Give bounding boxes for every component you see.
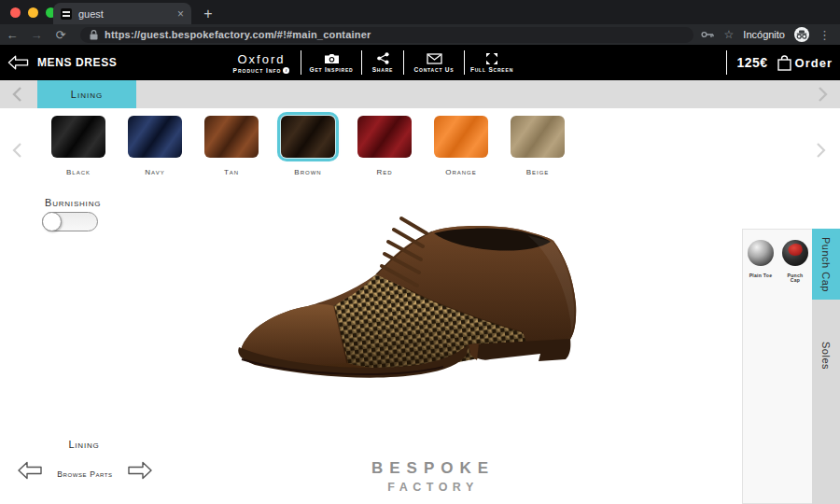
swatch-chevron-right-icon[interactable] xyxy=(816,142,827,159)
browser-toolbar: ← → ⟳ https://guest.bespokefactory.com/#… xyxy=(0,24,840,45)
toe-options-panel: Plain Toe Punch Cap xyxy=(742,229,812,504)
price-label: 125€ xyxy=(736,55,767,70)
swatch-chip[interactable] xyxy=(511,116,565,158)
category-title: MENS DRESS xyxy=(37,56,117,69)
shoe-image xyxy=(210,207,611,417)
swatch-chip[interactable] xyxy=(434,116,488,158)
share-button[interactable]: Share xyxy=(362,45,403,80)
shoe-canvas[interactable] xyxy=(210,207,611,417)
swatch-chip[interactable] xyxy=(51,116,105,158)
browser-tab[interactable]: guest × xyxy=(53,3,191,24)
key-icon[interactable] xyxy=(701,30,715,39)
window-controls xyxy=(10,7,56,18)
swatch-tan[interactable]: Tan xyxy=(204,116,259,176)
address-bar[interactable]: https://guest.bespokefactory.com/#!#main… xyxy=(80,27,693,43)
browser-tab-bar: guest × + xyxy=(0,0,840,24)
toggle-knob[interactable] xyxy=(42,212,62,231)
camera-icon xyxy=(324,53,340,64)
swatch-orange[interactable]: Orange xyxy=(434,116,488,176)
product-info-label: Product Info xyxy=(233,67,282,74)
tab-soles[interactable]: Soles xyxy=(812,300,840,412)
forward-icon[interactable]: → xyxy=(24,28,49,42)
lock-icon xyxy=(90,30,98,40)
header-divider xyxy=(726,50,727,75)
strip-chevron-right-icon[interactable] xyxy=(818,86,829,103)
brand-logo: BESPOKE FACTORY xyxy=(371,459,495,494)
swatch-black[interactable]: Black xyxy=(51,116,105,176)
browser-menu-icon[interactable]: ⋮ xyxy=(819,28,831,42)
browse-parts-label: Browse Parts xyxy=(51,469,119,479)
burnishing-toggle[interactable] xyxy=(42,212,98,231)
swatch-chip[interactable] xyxy=(128,116,182,158)
swatch-chip[interactable] xyxy=(204,116,259,158)
browse-next-arrow-icon[interactable] xyxy=(127,460,153,481)
brand-logo-line2: FACTORY xyxy=(371,481,495,494)
bookmark-star-icon[interactable]: ☆ xyxy=(724,28,735,41)
share-icon xyxy=(377,52,389,64)
mail-icon xyxy=(427,53,442,64)
app-header: MENS DRESS Oxford Product Info i Get Ins… xyxy=(0,45,840,80)
parts-tab-strip: Lining xyxy=(0,80,840,108)
brand-logo-line1: BESPOKE xyxy=(371,459,495,478)
incognito-icon xyxy=(794,27,809,42)
reload-icon[interactable]: ⟳ xyxy=(49,28,73,42)
new-tab-button[interactable]: + xyxy=(198,4,218,24)
order-button[interactable]: Order xyxy=(777,55,833,71)
fullscreen-icon xyxy=(485,53,498,64)
current-part-label: Lining xyxy=(56,439,112,450)
swatch-chip[interactable] xyxy=(357,116,412,158)
window-minimize-button[interactable] xyxy=(28,7,38,18)
product-name: Oxford xyxy=(237,52,285,66)
url-text: https://guest.bespokefactory.com/#!#main… xyxy=(105,29,371,40)
window-close-button[interactable] xyxy=(10,7,21,18)
tab-title: guest xyxy=(78,8,171,20)
contact-us-button[interactable]: Contact Us xyxy=(404,45,464,80)
swatch-brown[interactable]: Brown xyxy=(281,116,335,176)
option-plain-toe[interactable]: Plain Toe xyxy=(747,239,775,284)
get-inspired-button[interactable]: Get Inspired xyxy=(301,45,361,80)
strip-chevron-left-icon[interactable] xyxy=(11,86,22,103)
favicon-icon xyxy=(61,8,72,20)
tab-punch-cap[interactable]: Punch Cap xyxy=(812,229,840,300)
swatch-red[interactable]: Red xyxy=(357,116,412,176)
option-punch-cap[interactable]: Punch Cap xyxy=(781,239,809,284)
swatch-beige[interactable]: Beige xyxy=(511,116,565,176)
order-label: Order xyxy=(795,56,833,70)
back-icon[interactable]: ← xyxy=(0,28,24,42)
bag-icon xyxy=(777,55,791,71)
swatch-chevron-left-icon[interactable] xyxy=(11,142,22,159)
tab-close-icon[interactable]: × xyxy=(177,8,184,20)
swatch-chip[interactable] xyxy=(281,116,335,158)
product-info-button[interactable]: Oxford Product Info i xyxy=(222,45,301,80)
punch-cap-icon xyxy=(781,239,809,267)
swatch-carousel: Black Navy Tan Brown Red Orange Beige xyxy=(0,112,840,185)
plain-toe-icon xyxy=(747,239,775,267)
burnishing-label: Burnishing xyxy=(45,197,101,208)
side-tab-rail: Punch Cap Soles xyxy=(812,229,840,504)
incognito-label: Incógnito xyxy=(743,29,785,40)
full-screen-button[interactable]: Full Screen xyxy=(465,45,519,80)
toolbar-right: ☆ Incógnito ⋮ xyxy=(701,27,840,42)
back-arrow-icon[interactable] xyxy=(7,55,29,70)
info-icon: i xyxy=(283,67,289,74)
swatch-navy[interactable]: Navy xyxy=(128,116,182,176)
tab-lining[interactable]: Lining xyxy=(37,80,136,108)
browse-prev-arrow-icon[interactable] xyxy=(17,460,43,481)
